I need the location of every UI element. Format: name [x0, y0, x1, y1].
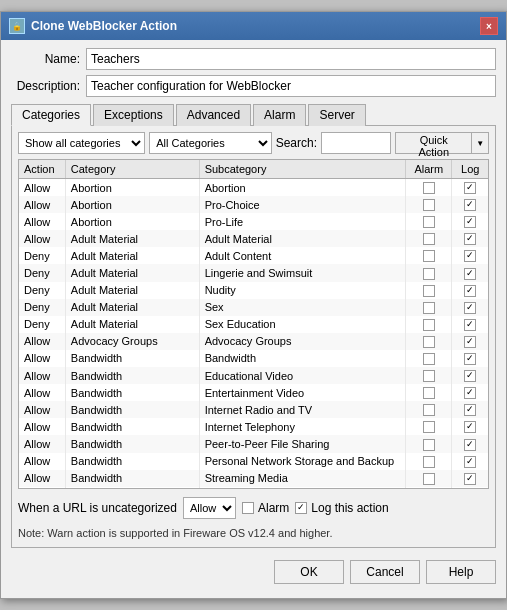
- alarm-checkbox-cell[interactable]: [423, 353, 435, 365]
- alarm-checkbox-cell[interactable]: [423, 302, 435, 314]
- cell-alarm[interactable]: [406, 453, 452, 470]
- ok-button[interactable]: OK: [274, 560, 344, 584]
- cell-alarm[interactable]: [406, 470, 452, 487]
- cell-log[interactable]: [452, 487, 488, 489]
- table-row[interactable]: Deny Adult Material Sex Education: [19, 316, 488, 333]
- cell-alarm[interactable]: [406, 435, 452, 452]
- cell-alarm[interactable]: [406, 418, 452, 435]
- table-row[interactable]: Allow Abortion Pro-Choice: [19, 196, 488, 213]
- alarm-checkbox-cell[interactable]: [423, 336, 435, 348]
- uncategorized-action-select[interactable]: Allow Deny: [183, 497, 236, 519]
- cell-log[interactable]: [452, 418, 488, 435]
- table-row[interactable]: Allow Bandwidth Streaming Media: [19, 470, 488, 487]
- cell-log[interactable]: [452, 282, 488, 299]
- cell-alarm[interactable]: [406, 350, 452, 367]
- cell-alarm[interactable]: [406, 487, 452, 489]
- table-row[interactable]: Allow Abortion Pro-Life: [19, 213, 488, 230]
- cell-log[interactable]: [452, 230, 488, 247]
- tab-categories[interactable]: Categories: [11, 104, 91, 126]
- alarm-checkbox-cell[interactable]: [423, 456, 435, 468]
- cell-alarm[interactable]: [406, 213, 452, 230]
- help-button[interactable]: Help: [426, 560, 496, 584]
- log-checkbox-cell[interactable]: [464, 268, 476, 280]
- cell-alarm[interactable]: [406, 333, 452, 350]
- log-checkbox-cell[interactable]: [464, 336, 476, 348]
- tab-exceptions[interactable]: Exceptions: [93, 104, 174, 126]
- cell-log[interactable]: [452, 470, 488, 487]
- log-checkbox-cell[interactable]: [464, 439, 476, 451]
- table-row[interactable]: Allow Bandwidth Peer-to-Peer File Sharin…: [19, 435, 488, 452]
- cell-log[interactable]: [452, 196, 488, 213]
- log-checkbox-cell[interactable]: [464, 404, 476, 416]
- table-row[interactable]: Allow Bandwidth Educational Video: [19, 367, 488, 384]
- table-row[interactable]: Deny Adult Material Lingerie and Swimsui…: [19, 264, 488, 281]
- log-checkbox-cell[interactable]: [464, 233, 476, 245]
- name-input[interactable]: [86, 48, 496, 70]
- cell-log[interactable]: [452, 367, 488, 384]
- cell-log[interactable]: [452, 384, 488, 401]
- alarm-checkbox-cell[interactable]: [423, 370, 435, 382]
- cell-alarm[interactable]: [406, 264, 452, 281]
- table-row[interactable]: Allow Bandwidth Personal Network Storage…: [19, 453, 488, 470]
- log-checkbox-cell[interactable]: [464, 182, 476, 194]
- alarm-checkbox[interactable]: [242, 502, 254, 514]
- close-button[interactable]: ×: [480, 17, 498, 35]
- cell-log[interactable]: [452, 350, 488, 367]
- search-input[interactable]: [321, 132, 391, 154]
- alarm-checkbox-cell[interactable]: [423, 439, 435, 451]
- alarm-checkbox-cell[interactable]: [423, 216, 435, 228]
- log-checkbox-cell[interactable]: [464, 285, 476, 297]
- log-checkbox-cell[interactable]: [464, 199, 476, 211]
- log-checkbox-cell[interactable]: [464, 250, 476, 262]
- alarm-checkbox-cell[interactable]: [423, 268, 435, 280]
- log-checkbox-cell[interactable]: [464, 387, 476, 399]
- cell-alarm[interactable]: [406, 282, 452, 299]
- table-row[interactable]: Deny Adult Material Adult Content: [19, 247, 488, 264]
- quick-action-button[interactable]: Quick Action: [395, 132, 471, 154]
- show-categories-select[interactable]: Show all categories: [18, 132, 145, 154]
- cell-log[interactable]: [452, 179, 488, 197]
- alarm-checkbox-cell[interactable]: [423, 250, 435, 262]
- cell-log[interactable]: [452, 247, 488, 264]
- cell-log[interactable]: [452, 401, 488, 418]
- alarm-checkbox-cell[interactable]: [423, 182, 435, 194]
- cell-log[interactable]: [452, 316, 488, 333]
- table-row[interactable]: Allow Adult Material Adult Material: [19, 230, 488, 247]
- log-checkbox-cell[interactable]: [464, 353, 476, 365]
- table-row[interactable]: Allow Bandwidth Bandwidth: [19, 350, 488, 367]
- cancel-button[interactable]: Cancel: [350, 560, 420, 584]
- cell-alarm[interactable]: [406, 196, 452, 213]
- cell-alarm[interactable]: [406, 179, 452, 197]
- cell-log[interactable]: [452, 435, 488, 452]
- all-categories-select[interactable]: All Categories: [149, 132, 271, 154]
- cell-alarm[interactable]: [406, 230, 452, 247]
- table-row[interactable]: Deny Adult Material Sex: [19, 299, 488, 316]
- alarm-checkbox-cell[interactable]: [423, 233, 435, 245]
- categories-table-wrapper[interactable]: Action Category Subcategory Alarm Log Al…: [18, 159, 489, 489]
- cell-log[interactable]: [452, 453, 488, 470]
- table-row[interactable]: Allow Abortion Abortion: [19, 179, 488, 197]
- cell-log[interactable]: [452, 264, 488, 281]
- alarm-checkbox-cell[interactable]: [423, 199, 435, 211]
- alarm-checkbox-cell[interactable]: [423, 473, 435, 485]
- cell-log[interactable]: [452, 333, 488, 350]
- cell-alarm[interactable]: [406, 384, 452, 401]
- log-checkbox[interactable]: [295, 502, 307, 514]
- alarm-checkbox-cell[interactable]: [423, 319, 435, 331]
- alarm-checkbox-cell[interactable]: [423, 404, 435, 416]
- log-checkbox-cell[interactable]: [464, 216, 476, 228]
- table-row[interactable]: Allow Advocacy Groups Advocacy Groups: [19, 333, 488, 350]
- cell-alarm[interactable]: [406, 401, 452, 418]
- tab-alarm[interactable]: Alarm: [253, 104, 306, 126]
- tab-server[interactable]: Server: [308, 104, 365, 126]
- cell-alarm[interactable]: [406, 367, 452, 384]
- alarm-checkbox-cell[interactable]: [423, 421, 435, 433]
- table-row[interactable]: Allow Bandwidth Internet Telephony: [19, 418, 488, 435]
- alarm-checkbox-cell[interactable]: [423, 387, 435, 399]
- cell-log[interactable]: [452, 213, 488, 230]
- cell-log[interactable]: [452, 299, 488, 316]
- alarm-checkbox-cell[interactable]: [423, 285, 435, 297]
- description-input[interactable]: [86, 75, 496, 97]
- log-checkbox-cell[interactable]: [464, 421, 476, 433]
- table-row[interactable]: Allow Bandwidth Internet Radio and TV: [19, 401, 488, 418]
